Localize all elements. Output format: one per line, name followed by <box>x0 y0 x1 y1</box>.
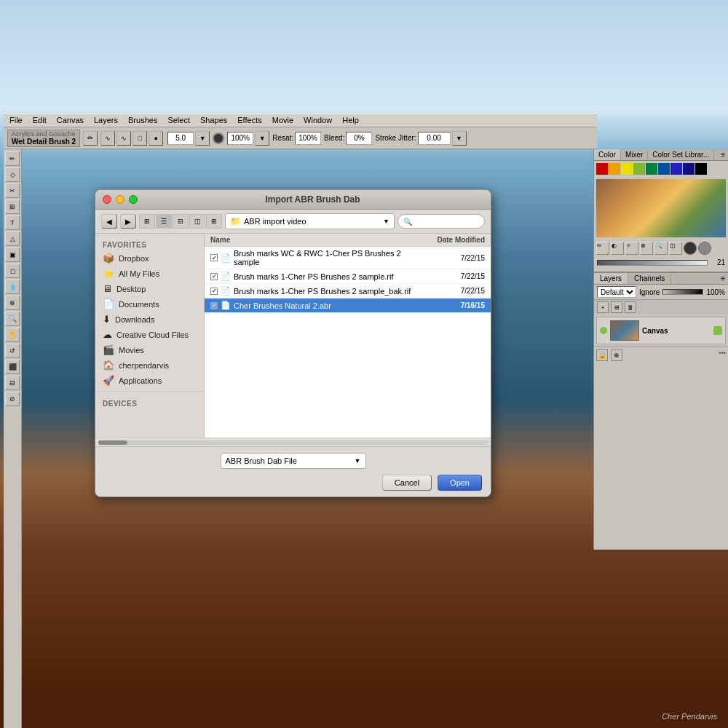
tool-divine[interactable]: ⊘ <box>5 392 20 406</box>
view-cover-btn[interactable]: ◫ <box>189 214 205 229</box>
cancel-button[interactable]: Cancel <box>382 475 432 491</box>
file-check-3[interactable]: ✓ <box>210 288 218 295</box>
file-row-4[interactable]: ✓ 📄 Cher Brushes Natural 2.abr 7/16/15 <box>205 298 491 313</box>
tool-rotate[interactable]: ↺ <box>5 344 20 358</box>
menu-select[interactable]: Select <box>165 116 192 124</box>
layers-menu-btn[interactable]: ≡ <box>718 273 728 284</box>
resat-input[interactable] <box>295 132 321 145</box>
swatch-yellow-green[interactable] <box>633 163 645 175</box>
layer-options[interactable]: ••• <box>719 349 726 361</box>
menu-shapes[interactable]: Shapes <box>198 116 229 124</box>
tool-crop[interactable]: ✂ <box>5 183 20 198</box>
swatch-orange[interactable] <box>609 163 620 175</box>
menu-help[interactable]: Help <box>340 116 361 124</box>
menu-window[interactable]: Window <box>301 116 334 124</box>
sidebar-item-home[interactable]: 🏠 cherpendarvis <box>95 357 204 373</box>
swatch-green[interactable] <box>646 163 657 175</box>
opacity-dropdown[interactable]: ▼ <box>255 131 269 146</box>
variant-btn-2[interactable]: ∿ <box>116 131 131 146</box>
size-input[interactable] <box>167 132 194 145</box>
tab-layers[interactable]: Layers <box>594 273 628 284</box>
swatch-black[interactable] <box>695 163 707 175</box>
menu-brushes[interactable]: Brushes <box>126 116 159 124</box>
menu-effects[interactable]: Effects <box>235 116 264 124</box>
view-list-btn[interactable]: ☰ <box>156 214 172 229</box>
menu-movie[interactable]: Movie <box>270 116 296 124</box>
delete-layer-btn[interactable]: 🗑 <box>625 301 636 313</box>
opacity-slider[interactable] <box>662 289 703 295</box>
nav-back-btn[interactable]: ◀ <box>101 214 117 229</box>
file-check-4[interactable]: ✓ <box>210 302 218 309</box>
sidebar-item-creative-cloud[interactable]: ☁ Creative Cloud Files <box>95 327 204 342</box>
sidebar-item-movies[interactable]: 🎬 Movies <box>95 342 204 357</box>
tool-clone[interactable]: ⊕ <box>5 296 20 310</box>
folder-dropdown[interactable]: 📁 ABR import video ▼ <box>225 213 395 229</box>
tab-library[interactable]: Color Set Librar... <box>648 149 714 160</box>
sidebar-item-desktop[interactable]: 🖥 Desktop <box>95 281 204 296</box>
variant-btn-4[interactable]: ● <box>149 131 163 146</box>
dialog-close-btn[interactable] <box>103 195 111 204</box>
swatch-blue[interactable] <box>670 163 682 175</box>
tool-text[interactable]: T <box>5 215 20 230</box>
layer-lock-btn[interactable]: 🔒 <box>596 349 608 361</box>
tool-fill[interactable]: ▣ <box>5 248 20 262</box>
new-layer-btn[interactable]: + <box>597 301 609 313</box>
tool-magnify[interactable]: 🔍 <box>5 312 20 326</box>
file-row-3[interactable]: ✓ 📄 Brush marks 1-Cher PS Brushes 2 samp… <box>205 284 491 298</box>
sidebar-item-all-files[interactable]: ⭐ All My Files <box>95 266 204 281</box>
tool-select[interactable]: ◇ <box>5 167 20 182</box>
tool-eraser[interactable]: ◻ <box>5 264 20 278</box>
layer-merge-btn[interactable]: ⊕ <box>611 349 622 361</box>
panel-menu-btn[interactable]: ≡ <box>718 149 728 160</box>
brush-ctrl-6[interactable]: ◫ <box>669 242 682 255</box>
brush-ctrl-2[interactable]: ◐ <box>611 242 624 255</box>
view-column-btn[interactable]: ⊟ <box>173 214 189 229</box>
file-check-2[interactable]: ✓ <box>210 273 218 280</box>
tool-pan[interactable]: ✋ <box>5 328 20 342</box>
menu-layers[interactable]: Layers <box>92 116 120 124</box>
view-icon-btn[interactable]: ⊞ <box>139 214 155 229</box>
brush-icon[interactable]: ✏ <box>83 131 98 146</box>
view-arrange-btn[interactable]: ⊞ <box>206 214 222 229</box>
group-layer-btn[interactable]: ⊞ <box>611 301 622 313</box>
blend-mode-select[interactable]: Default <box>597 286 636 298</box>
brush-ctrl-5[interactable]: 🔍 <box>654 242 668 255</box>
brush-slider[interactable] <box>597 260 708 266</box>
file-check-1[interactable]: ✓ <box>210 254 218 261</box>
tool-brush[interactable]: ✏ <box>5 151 20 166</box>
brush-ctrl-1[interactable]: ✏ <box>596 242 609 255</box>
tab-mixer[interactable]: Mixer <box>621 149 648 160</box>
menu-edit[interactable]: Edit <box>31 116 49 124</box>
opacity-input[interactable] <box>227 132 253 145</box>
canvas-layer-row[interactable]: Canvas <box>596 317 726 344</box>
tool-transform[interactable]: ⊞ <box>5 199 20 214</box>
dialog-maximize-btn[interactable] <box>129 195 138 204</box>
tab-color[interactable]: Color <box>594 149 621 160</box>
brush-ctrl-3[interactable]: ✧ <box>625 242 638 255</box>
jitter-input[interactable] <box>418 132 451 145</box>
swatch-red[interactable] <box>596 163 608 175</box>
bleed-input[interactable] <box>346 132 372 145</box>
dialog-minimize-btn[interactable] <box>116 195 124 204</box>
swatch-yellow[interactable] <box>621 163 633 175</box>
dialog-scrollbar[interactable] <box>95 438 491 446</box>
menu-canvas[interactable]: Canvas <box>55 116 86 124</box>
size-dropdown[interactable]: ▼ <box>195 131 210 146</box>
variant-btn-3[interactable]: □ <box>132 131 147 146</box>
file-row-1[interactable]: ✓ 📄 Brush marks WC & RWC 1-Cher PS Brush… <box>205 247 491 269</box>
tab-channels[interactable]: Channels <box>628 273 671 284</box>
sidebar-item-downloads[interactable]: ⬇ Downloads <box>95 312 204 327</box>
file-row-2[interactable]: ✓ 📄 Brush marks 1-Cher PS Brushes 2 samp… <box>205 269 491 284</box>
tool-shape[interactable]: △ <box>5 232 20 246</box>
open-button[interactable]: Open <box>438 475 482 491</box>
variant-btn-1[interactable]: ∿ <box>100 131 115 146</box>
menu-file[interactable]: File <box>7 116 25 124</box>
file-type-select[interactable]: ABR Brush Dab File ▼ <box>221 453 366 469</box>
jitter-dropdown[interactable]: ▼ <box>452 131 467 146</box>
color-wheel-preview[interactable] <box>596 179 726 237</box>
swatch-dark-blue[interactable] <box>683 163 695 175</box>
sidebar-item-documents[interactable]: 📄 Documents <box>95 296 204 312</box>
tool-eyedropper[interactable]: 💧 <box>5 280 20 294</box>
sidebar-item-applications[interactable]: 🚀 Applications <box>95 373 204 388</box>
tool-layer[interactable]: ⬛ <box>5 360 20 374</box>
